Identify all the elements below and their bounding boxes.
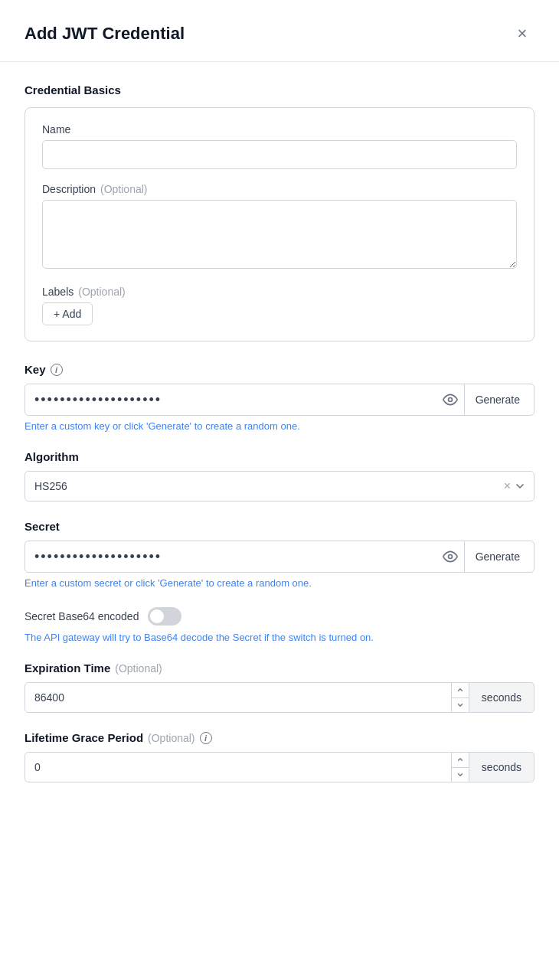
algorithm-select-actions: × — [504, 479, 534, 493]
modal-body: Credential Basics Name Description (Opti… — [0, 62, 559, 822]
lifetime-grace-period-input-box — [25, 752, 469, 782]
key-section-label: Key i — [25, 363, 534, 376]
labels-label: Labels (Optional) — [42, 286, 517, 298]
chevron-down-icon — [456, 701, 464, 709]
secret-base64-toggle[interactable] — [148, 607, 181, 626]
algorithm-label: Algorithm — [25, 450, 534, 463]
chevron-down-icon — [456, 771, 464, 779]
lifetime-grace-period-up-button[interactable] — [452, 752, 469, 768]
credential-basics-section: Credential Basics Name Description (Opti… — [25, 83, 534, 341]
chevron-up-icon — [456, 756, 464, 763]
secret-base64-label: Secret Base64 encoded — [25, 610, 139, 622]
expiration-time-up-button[interactable] — [452, 682, 469, 698]
secret-eye-button[interactable] — [436, 549, 464, 564]
expiration-time-input-box — [25, 682, 469, 713]
expiration-time-down-button[interactable] — [452, 698, 469, 714]
credential-basics-title: Credential Basics — [25, 83, 534, 96]
secret-base64-toggle-wrapper: Secret Base64 encoded — [25, 607, 534, 626]
svg-point-1 — [448, 555, 452, 559]
key-field-wrapper: Generate — [25, 384, 534, 416]
add-label-text: + Add — [54, 308, 81, 320]
lifetime-grace-period-label: Lifetime Grace Period (Optional) i — [25, 731, 534, 744]
secret-generate-button[interactable]: Generate — [464, 541, 531, 572]
secret-base64-section: Secret Base64 encoded The API gateway wi… — [25, 607, 534, 643]
algorithm-chevron-button[interactable] — [514, 480, 526, 492]
description-optional: (Optional) — [100, 183, 147, 195]
credential-basics-card: Name Description (Optional) Labels — [25, 107, 534, 341]
modal-header: Add JWT Credential × — [0, 0, 559, 62]
add-label-button[interactable]: + Add — [42, 302, 93, 325]
key-section: Key i Generate Enter a cus — [25, 363, 534, 432]
secret-base64-hint: The API gateway will try to Base64 decod… — [25, 632, 534, 643]
close-button[interactable]: × — [510, 21, 534, 46]
key-icons: Generate — [436, 384, 534, 415]
lifetime-grace-period-field-wrapper: seconds — [25, 752, 534, 782]
lifetime-grace-period-optional: (Optional) — [148, 732, 195, 744]
key-generate-button[interactable]: Generate — [464, 384, 531, 415]
lifetime-grace-period-info-icon: i — [200, 732, 212, 744]
svg-point-0 — [448, 398, 452, 402]
key-eye-button[interactable] — [436, 392, 464, 407]
clear-icon: × — [504, 479, 511, 493]
description-input[interactable] — [42, 200, 517, 269]
lifetime-grace-period-down-button[interactable] — [452, 768, 469, 783]
chevron-up-icon — [456, 686, 464, 694]
labels-optional: (Optional) — [78, 286, 125, 298]
algorithm-clear-button[interactable]: × — [504, 479, 511, 493]
expiration-time-input[interactable] — [25, 683, 451, 712]
description-label: Description (Optional) — [42, 183, 517, 195]
expiration-time-spinner — [451, 682, 469, 713]
expiration-time-label: Expiration Time (Optional) — [25, 662, 534, 675]
name-input[interactable] — [42, 140, 517, 169]
modal-title: Add JWT Credential — [25, 24, 185, 44]
lifetime-grace-period-input[interactable] — [25, 753, 451, 782]
description-field-group: Description (Optional) — [42, 183, 517, 272]
lifetime-grace-period-spinner — [451, 752, 469, 782]
name-field-group: Name — [42, 123, 517, 169]
key-input[interactable] — [25, 384, 436, 415]
eye-icon — [443, 549, 458, 564]
secret-section-label: Secret — [25, 520, 534, 533]
close-icon: × — [518, 24, 528, 44]
name-label: Name — [42, 123, 517, 136]
secret-field-wrapper: Generate — [25, 541, 534, 573]
modal-container: Add JWT Credential × Credential Basics N… — [0, 0, 559, 980]
algorithm-value: HS256 — [25, 480, 504, 492]
expiration-time-field-wrapper: seconds — [25, 682, 534, 713]
expiration-time-optional: (Optional) — [115, 662, 162, 675]
algorithm-section: Algorithm HS256 × — [25, 450, 534, 501]
key-info-icon: i — [51, 364, 63, 376]
secret-input[interactable] — [25, 541, 436, 572]
lifetime-grace-period-unit: seconds — [469, 752, 534, 782]
chevron-down-icon — [514, 480, 526, 492]
labels-field-group: Labels (Optional) + Add — [42, 286, 517, 325]
toggle-slider — [148, 607, 181, 626]
key-hint: Enter a custom key or click 'Generate' t… — [25, 420, 534, 432]
algorithm-select-wrapper[interactable]: HS256 × — [25, 471, 534, 501]
secret-section: Secret Generate Enter a custom sec — [25, 520, 534, 589]
eye-icon — [443, 392, 458, 407]
lifetime-grace-period-section: Lifetime Grace Period (Optional) i — [25, 731, 534, 782]
expiration-time-unit: seconds — [469, 682, 534, 713]
secret-icons: Generate — [436, 541, 534, 572]
secret-hint: Enter a custom secret or click 'Generate… — [25, 577, 534, 589]
expiration-time-section: Expiration Time (Optional) — [25, 662, 534, 713]
